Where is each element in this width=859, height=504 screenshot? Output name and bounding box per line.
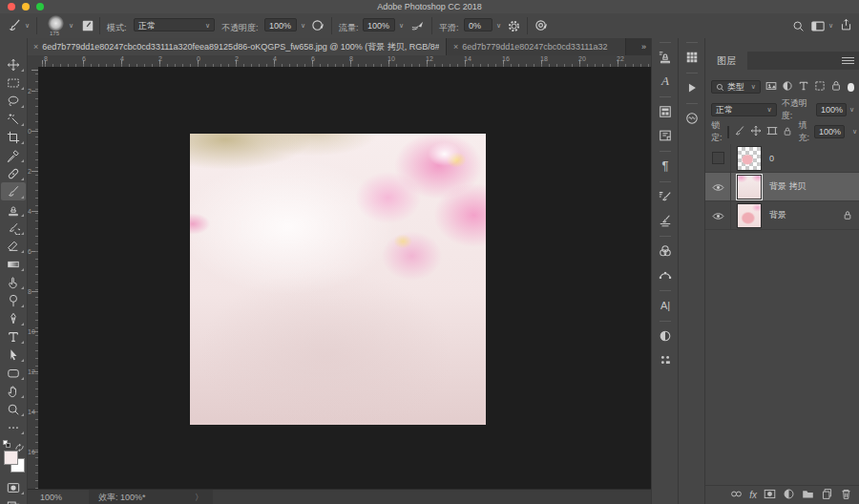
layer-row-0[interactable]: 0 bbox=[705, 144, 859, 173]
visibility-toggle[interactable] bbox=[705, 201, 731, 229]
new-group-button[interactable] bbox=[802, 487, 814, 504]
layer-opacity-input[interactable]: 100% bbox=[816, 103, 847, 116]
chevron-down-icon[interactable]: ∨ bbox=[496, 22, 501, 30]
hand-tool[interactable] bbox=[1, 382, 26, 400]
panel-icon-creative-cloud[interactable] bbox=[679, 106, 705, 130]
delete-layer-button[interactable] bbox=[840, 487, 852, 504]
path-selection-tool[interactable] bbox=[1, 346, 26, 364]
visibility-toggle[interactable] bbox=[705, 144, 731, 172]
chevron-down-icon[interactable]: ∨ bbox=[25, 22, 30, 30]
share-button[interactable] bbox=[840, 18, 852, 35]
layer-row-bg[interactable]: 背景 bbox=[705, 201, 859, 230]
search-button[interactable] bbox=[792, 19, 805, 36]
link-layers-button[interactable] bbox=[730, 487, 743, 504]
panel-icon-glyphs[interactable]: A| bbox=[652, 293, 679, 317]
chevron-down-icon[interactable]: ∨ bbox=[849, 106, 854, 114]
panel-icon-color[interactable] bbox=[652, 239, 679, 262]
opacity-input[interactable]: 100% bbox=[264, 18, 297, 32]
mode-select[interactable]: 正常 ∨ bbox=[134, 18, 215, 32]
filter-pixel-layers-icon[interactable] bbox=[765, 78, 777, 95]
eyedropper-tool[interactable] bbox=[1, 146, 26, 164]
panel-icon-clone-source[interactable] bbox=[652, 45, 679, 69]
lock-all-icon[interactable] bbox=[783, 123, 792, 140]
lock-position-icon[interactable] bbox=[750, 123, 762, 140]
brush-tool-preset-button[interactable] bbox=[8, 18, 22, 36]
dodge-tool[interactable] bbox=[1, 291, 26, 309]
panel-icon-actions[interactable] bbox=[679, 75, 705, 99]
spot-healing-brush-tool[interactable] bbox=[1, 164, 26, 182]
clone-stamp-tool[interactable] bbox=[1, 200, 26, 219]
visibility-toggle[interactable] bbox=[705, 173, 731, 200]
airbrush-button[interactable] bbox=[410, 18, 425, 36]
crop-tool[interactable] bbox=[1, 128, 26, 146]
panel-icon-patterns[interactable] bbox=[652, 347, 679, 371]
layer-name[interactable]: 背景 bbox=[769, 209, 786, 221]
panel-icon-paths[interactable] bbox=[652, 262, 679, 286]
filter-adjustment-layers-icon[interactable] bbox=[782, 78, 793, 95]
panel-icon-brush-settings[interactable] bbox=[652, 184, 679, 208]
status-chevron-icon[interactable]: 〉 bbox=[195, 492, 203, 504]
filter-smart-objects-icon[interactable] bbox=[830, 78, 842, 95]
history-brush-tool[interactable] bbox=[1, 219, 26, 237]
default-colors-icon[interactable] bbox=[3, 440, 10, 447]
brush-preview[interactable] bbox=[48, 15, 64, 32]
fill-input[interactable]: 100% bbox=[814, 125, 845, 138]
gradient-tool[interactable] bbox=[1, 255, 26, 273]
chevron-down-icon[interactable]: ∨ bbox=[828, 22, 833, 30]
panel-icon-paragraph[interactable]: ¶ bbox=[652, 154, 679, 178]
toggle-brush-settings-button[interactable] bbox=[81, 19, 94, 36]
close-tab-icon[interactable]: × bbox=[453, 42, 458, 52]
zoom-tool[interactable] bbox=[1, 400, 26, 418]
document-tab-inactive[interactable]: × 6ed7b779dd1e80247cbc0cd33111a32 bbox=[447, 38, 626, 55]
pen-tool[interactable] bbox=[1, 309, 26, 327]
lock-transparent-pixels-icon[interactable] bbox=[727, 126, 729, 138]
foreground-color-swatch[interactable] bbox=[4, 451, 18, 465]
move-tool[interactable] bbox=[1, 55, 26, 74]
lock-image-pixels-icon[interactable] bbox=[734, 123, 745, 140]
opacity-pressure-button[interactable] bbox=[311, 18, 325, 36]
layer-thumbnail[interactable] bbox=[737, 146, 762, 171]
type-tool[interactable] bbox=[1, 327, 26, 346]
eraser-tool[interactable] bbox=[1, 237, 26, 255]
edit-toolbar-button[interactable] bbox=[1, 418, 26, 436]
quick-mask-button[interactable] bbox=[1, 478, 26, 496]
new-layer-button[interactable] bbox=[821, 487, 833, 504]
magic-wand-tool[interactable] bbox=[1, 110, 26, 128]
close-tab-icon[interactable]: × bbox=[33, 42, 38, 52]
layer-row-bg-copy[interactable]: 背景 拷贝 bbox=[705, 173, 859, 201]
filter-shape-layers-icon[interactable] bbox=[814, 78, 826, 95]
tab-layers[interactable]: 图层 bbox=[705, 52, 747, 70]
add-mask-button[interactable] bbox=[764, 487, 776, 504]
layer-style-button[interactable]: fx bbox=[749, 490, 757, 500]
workspace-switcher-button[interactable] bbox=[811, 19, 825, 36]
size-pressure-button[interactable] bbox=[534, 18, 549, 36]
layer-name[interactable]: 背景 拷贝 bbox=[769, 180, 807, 193]
screen-mode-button[interactable] bbox=[1, 496, 26, 504]
layer-thumbnail[interactable] bbox=[737, 175, 762, 200]
shape-tool[interactable] bbox=[1, 364, 26, 382]
lock-artboard-icon[interactable] bbox=[766, 123, 778, 140]
zoom-level-field[interactable]: 100% bbox=[40, 493, 62, 502]
smudge-tool[interactable] bbox=[1, 273, 26, 291]
layer-thumbnail[interactable] bbox=[737, 203, 762, 228]
efficiency-field[interactable]: 效率: 100%* 〉 bbox=[89, 490, 213, 504]
panel-icon-notes[interactable] bbox=[652, 123, 679, 147]
document-tab-active[interactable]: × 6ed7b779dd1e80247cbc0cd33111a320feea89… bbox=[27, 38, 447, 55]
chevron-down-icon[interactable]: ∨ bbox=[301, 22, 305, 30]
layer-filter-select[interactable]: 类型 ∨ bbox=[711, 80, 761, 94]
chevron-down-icon[interactable]: ∨ bbox=[852, 128, 857, 136]
flow-input[interactable]: 100% bbox=[363, 18, 395, 32]
panel-icon-libraries[interactable] bbox=[652, 99, 679, 123]
chevron-down-icon[interactable]: ∨ bbox=[69, 22, 73, 30]
panel-icon-brushes[interactable] bbox=[652, 208, 679, 232]
panel-icon-character-styles[interactable]: A bbox=[652, 69, 679, 93]
smoothing-options-button[interactable] bbox=[508, 19, 520, 36]
chevron-down-icon[interactable]: ∨ bbox=[399, 22, 404, 30]
filter-toggle-icon[interactable] bbox=[848, 83, 854, 92]
panel-menu-icon[interactable] bbox=[842, 55, 854, 66]
tab-overflow-button[interactable]: » bbox=[636, 42, 652, 52]
document-image[interactable] bbox=[190, 134, 486, 425]
filter-type-layers-icon[interactable] bbox=[798, 78, 809, 95]
adjustment-layer-button[interactable] bbox=[783, 487, 795, 504]
brush-tool[interactable] bbox=[1, 182, 26, 200]
